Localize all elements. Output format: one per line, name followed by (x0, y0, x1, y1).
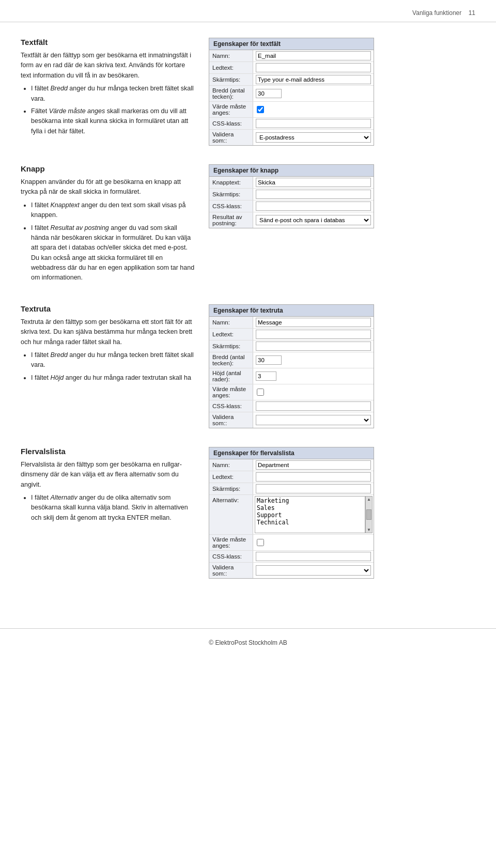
textruta-input-css[interactable] (256, 401, 371, 411)
flervalslista-bullet-1: I fältet Alternativ anger du de olika al… (31, 493, 196, 523)
textfalt-panel: Egenskaper för textfält Namn: Ledtext: S… (209, 38, 475, 146)
textruta-label-validera: Validera som:: (209, 412, 253, 428)
flervalslista-prop-panel: Egenskaper för flervalslista Namn: Ledte… (209, 447, 374, 579)
flervalslista-row-varde: Värde måste anges: (209, 535, 374, 551)
flervalslista-textarea-alternativ[interactable]: Marketing Sales Support Technical (255, 496, 365, 533)
textruta-label-skarmtips: Skärmtips: (209, 340, 253, 352)
knapp-text: Knapp Knappen använder du för att ge bes… (21, 164, 196, 286)
textruta-panel: Egenskaper för textruta Namn: Ledtext: S… (209, 304, 475, 428)
textruta-checkbox-varde[interactable] (257, 389, 264, 396)
flervalslista-scrollbar: ▲ ▼ (365, 496, 373, 533)
prop-row-validera: Validera som:: E-postadress (209, 130, 374, 145)
prop-label-namn: Namn: (209, 50, 253, 61)
textruta-input-ledtext[interactable] (256, 330, 371, 339)
flervalslista-label-alternativ: Alternativ: (209, 495, 253, 534)
textfalt-bullet-1: I fältet Bredd anger du hur många tecken… (31, 84, 196, 104)
prop-input-skarmtips[interactable] (256, 75, 371, 84)
flervalslista-input-skarmtips[interactable] (256, 484, 371, 493)
flervalslista-row-ledtext: Ledtext: (209, 471, 374, 483)
textruta-input-skarmtips[interactable] (256, 342, 371, 351)
textruta-label-bredd: Bredd (antal tecken): (209, 352, 253, 368)
textruta-label-varde: Värde måste anges: (209, 384, 253, 400)
section-knapp: Knapp Knappen använder du för att ge bes… (21, 164, 475, 286)
prop-value-bredd (253, 88, 374, 99)
flervalslista-heading: Flervalslista (21, 447, 196, 456)
prop-value-namn (253, 50, 374, 61)
textruta-value-skarmtips (253, 340, 374, 352)
knapp-row-skarmtips: Skärmtips: (209, 189, 374, 200)
prop-input-css[interactable] (256, 119, 371, 128)
knapp-value-knapptext (253, 177, 374, 188)
textruta-bullet-1: I fältet Bredd anger du hur många tecken… (31, 350, 196, 370)
textruta-value-varde (253, 386, 374, 398)
prop-input-bredd[interactable] (256, 89, 282, 98)
textruta-heading: Textruta (21, 304, 196, 313)
flervalslista-label-varde: Värde måste anges: (209, 535, 253, 550)
textruta-input-bredd[interactable] (256, 355, 282, 365)
flervalslista-panel: Egenskaper för flervalslista Namn: Ledte… (209, 447, 475, 579)
page-title: Vanliga funktioner (412, 9, 461, 17)
section-textruta: Textruta Textruta är den fälttyp som ger… (21, 304, 475, 428)
section-flervalslista: Flervalslista Flervalslista är den fältt… (21, 447, 475, 579)
page-footer: © ElektroPost Stockholm AB (0, 628, 496, 652)
prop-select-validera[interactable]: E-postadress (256, 132, 371, 143)
textruta-value-namn (253, 317, 374, 328)
flervalslista-input-css[interactable] (256, 552, 371, 561)
knapp-input-css[interactable] (256, 202, 371, 211)
knapp-bullet-1: I fältet Knapptext anger du den text som… (31, 200, 196, 221)
knapp-label-css: CSS-klass: (209, 200, 253, 212)
textruta-value-css (253, 400, 374, 412)
textruta-label-namn: Namn: (209, 317, 253, 328)
textruta-label-css: CSS-klass: (209, 400, 253, 412)
prop-row-namn: Namn: (209, 50, 374, 62)
prop-checkbox-varde[interactable] (257, 106, 264, 113)
flervalslista-row-alternativ: Alternativ: Marketing Sales Support Tech… (209, 495, 374, 535)
footer-text: © ElektroPost Stockholm AB (209, 639, 287, 646)
flervalslista-label-skarmtips: Skärmtips: (209, 483, 253, 494)
knapp-input-skarmtips[interactable] (256, 190, 371, 199)
prop-label-bredd: Bredd (antal tecken): (209, 86, 253, 101)
knapp-panel: Egenskaper för knapp Knapptext: Skärmtip… (209, 164, 475, 286)
textfalt-bullets: I fältet Bredd anger du hur många tecken… (21, 84, 196, 136)
knapp-bullets: I fältet Knapptext anger du den text som… (21, 200, 196, 283)
knapp-value-skarmtips (253, 189, 374, 200)
scrollbar-thumb (366, 509, 371, 520)
textruta-input-hojd[interactable] (256, 371, 276, 381)
flervalslista-row-namn: Namn: (209, 459, 374, 471)
knapp-input-knapptext[interactable] (256, 178, 371, 187)
knapp-value-css (253, 200, 374, 212)
flervalslista-value-validera (253, 564, 374, 577)
prop-label-varde: Värde måste anges: (209, 102, 253, 117)
prop-input-namn[interactable] (256, 51, 371, 60)
page-header: Vanliga funktioner 11 (0, 0, 496, 22)
flervalslista-checkbox-varde[interactable] (257, 539, 264, 546)
textruta-select-validera[interactable] (256, 415, 371, 425)
knapp-para-1: Knappen använder du för att ge besökarna… (21, 177, 196, 197)
textfalt-bullet-2: Fältet Värde måste anges skall markeras … (31, 106, 196, 136)
flervalslista-input-ledtext[interactable] (256, 472, 371, 482)
prop-input-ledtext[interactable] (256, 63, 371, 72)
prop-row-ledtext: Ledtext: (209, 62, 374, 74)
flervalslista-label-validera: Validera som:: (209, 563, 253, 578)
flervalslista-input-namn[interactable] (256, 460, 371, 470)
textruta-panel-title: Egenskaper för textruta (209, 305, 374, 317)
textruta-row-bredd: Bredd (antal tecken): (209, 352, 374, 368)
textruta-value-hojd (253, 370, 374, 382)
flervalslista-value-alternativ: Marketing Sales Support Technical ▲ ▼ (253, 495, 374, 534)
textruta-row-skarmtips: Skärmtips: (209, 340, 374, 352)
flervalslista-label-namn: Namn: (209, 459, 253, 471)
prop-row-skarmtips: Skärmtips: (209, 74, 374, 86)
flervalslista-select-validera[interactable] (256, 565, 371, 576)
flervalslista-text: Flervalslista Flervalslista är den fältt… (21, 447, 196, 579)
flervalslista-label-ledtext: Ledtext: (209, 471, 253, 483)
textruta-row-varde: Värde måste anges: (209, 384, 374, 400)
scrollbar-arrow-down-icon: ▼ (367, 528, 371, 532)
textruta-row-validera: Validera som:: (209, 412, 374, 428)
prop-value-varde (253, 104, 374, 115)
flervalslista-row-css: CSS-klass: (209, 551, 374, 563)
prop-label-css: CSS-klass: (209, 118, 253, 129)
prop-row-varde: Värde måste anges: (209, 102, 374, 118)
knapp-value-resultat: Sänd e-post och spara i databas (253, 214, 374, 226)
textruta-input-namn[interactable] (256, 318, 371, 327)
knapp-select-resultat[interactable]: Sänd e-post och spara i databas (256, 215, 371, 225)
